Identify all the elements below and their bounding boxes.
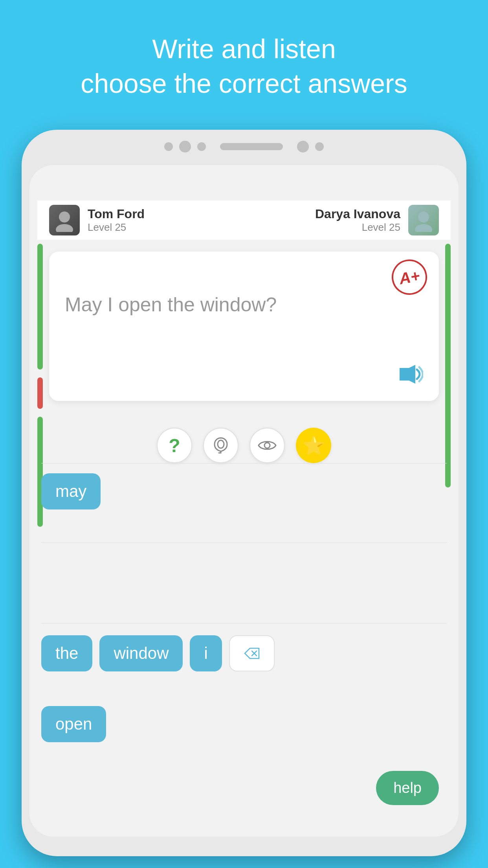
phone-speaker <box>220 143 283 150</box>
word-btn-open[interactable]: open <box>41 706 106 742</box>
phone-dot-4 <box>297 141 309 153</box>
left-prog-red <box>37 377 43 409</box>
phone-dot-3 <box>197 142 206 151</box>
player-right-level: Level 25 <box>315 221 400 234</box>
phone-dot-2 <box>179 141 191 153</box>
eye-hint-button[interactable] <box>250 428 285 463</box>
word-choice-row1: the window i <box>41 629 447 678</box>
phone-screen: Tom Ford Level 25 Darya Ivanova Level 25 <box>29 165 459 837</box>
left-prog-gap2 <box>37 409 43 417</box>
audio-button[interactable] <box>398 364 423 389</box>
answer-row: may <box>41 467 447 516</box>
word-btn-the[interactable]: the <box>41 635 92 671</box>
player-right-info: Darya Ivanova Level 25 <box>315 207 400 234</box>
svg-point-6 <box>264 443 270 448</box>
phone-frame: Tom Ford Level 25 Darya Ivanova Level 25 <box>22 130 466 856</box>
svg-point-3 <box>415 224 432 232</box>
backspace-button[interactable] <box>229 635 275 671</box>
help-button[interactable]: help <box>376 771 439 805</box>
avatar-darya <box>408 205 439 235</box>
player-left-name: Tom Ford <box>88 207 145 221</box>
svg-point-5 <box>218 440 224 448</box>
divider-3 <box>41 623 447 623</box>
star-hint-button[interactable]: ⭐ <box>296 428 331 463</box>
player-right-name: Darya Ivanova <box>315 207 400 221</box>
word-choice-row2: open <box>41 700 447 748</box>
divider-2 <box>41 542 447 543</box>
svg-point-2 <box>418 211 429 223</box>
player-left: Tom Ford Level 25 <box>49 205 145 235</box>
word-btn-window[interactable]: window <box>99 635 183 671</box>
svg-point-0 <box>59 211 70 223</box>
header-line1: Write and listen <box>24 31 464 66</box>
player-left-info: Tom Ford Level 25 <box>88 207 145 234</box>
phone-top-bar <box>22 141 466 153</box>
header-text: Write and listen choose the correct answ… <box>0 31 488 101</box>
svg-point-1 <box>56 224 73 232</box>
word-btn-i[interactable]: i <box>190 635 222 671</box>
left-prog-gap1 <box>37 370 43 377</box>
answer-word-may[interactable]: may <box>41 473 101 509</box>
avatar-tom <box>49 205 80 235</box>
phone-dot-1 <box>164 142 173 151</box>
question-hint-button[interactable]: ? <box>157 428 192 463</box>
listen-hint-button[interactable] <box>203 428 238 463</box>
question-card: A+ May I open the window? <box>49 252 439 401</box>
divider-1 <box>41 463 447 463</box>
svg-marker-4 <box>400 365 415 384</box>
left-prog-green-top <box>37 244 43 370</box>
question-text: May I open the window? <box>65 291 423 318</box>
players-header: Tom Ford Level 25 Darya Ivanova Level 25 <box>37 200 451 240</box>
header-line2: choose the correct answers <box>24 66 464 101</box>
player-left-level: Level 25 <box>88 221 145 234</box>
phone-dot-5 <box>315 142 324 151</box>
player-right: Darya Ivanova Level 25 <box>315 205 439 235</box>
